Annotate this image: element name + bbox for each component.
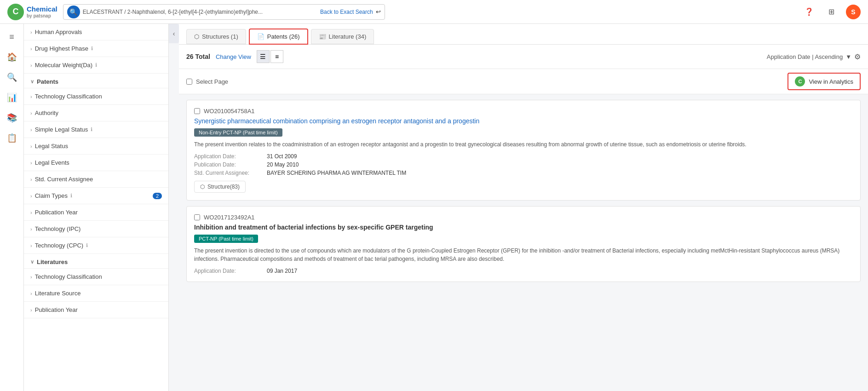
sidebar-item-publication-year[interactable]: › Publication Year — [24, 204, 168, 221]
chevron-icon: › — [30, 160, 32, 166]
logo-text: Chemical by patsnap — [27, 5, 57, 19]
sidebar-item-lit-technology-classification[interactable]: › Technology Classification — [24, 269, 168, 285]
meta-assignee: Std. Current Assignee: BAYER SCHERING PH… — [194, 170, 853, 176]
sidebar-item-legal-events[interactable]: › Legal Events — [24, 155, 168, 171]
avatar[interactable]: S — [846, 5, 861, 19]
chevron-icon: › — [30, 243, 32, 248]
chevron-icon: › — [30, 144, 32, 149]
structures-icon: ⬡ — [194, 33, 199, 40]
patents-icon: 📄 — [257, 33, 264, 40]
chevron-icon: › — [30, 193, 32, 199]
view-analytics-button[interactable]: C View in Analytics — [788, 73, 861, 90]
patent-meta: Application Date: 31 Oct 2009 Publicatio… — [194, 153, 853, 176]
select-page-checkbox[interactable] — [186, 79, 192, 85]
patent-checkbox[interactable] — [194, 108, 200, 114]
view-analytics-label: View in Analytics — [809, 78, 853, 85]
patent-title-link[interactable]: Synergistic pharmaceutical combination c… — [194, 117, 853, 125]
sidebar-item-molecular-weight[interactable]: › Molecular Weight(Da) ℹ — [24, 57, 168, 74]
sidebar-label: Simple Legal Status — [35, 126, 88, 133]
structure-button[interactable]: ⬡ Structure(83) — [194, 181, 246, 193]
patent-card: WO2017123492A1 Inhibition and treatment … — [186, 206, 861, 282]
sidebar-item-drug-highest-phase[interactable]: › Drug Highest Phase ℹ — [24, 40, 168, 57]
compact-view-button[interactable]: ≡ — [270, 50, 283, 63]
grid-icon[interactable]: ⊞ — [824, 5, 839, 19]
group-label: Patents — [37, 78, 58, 85]
sidebar-label: Technology (CPC) — [35, 242, 84, 249]
search-icon[interactable]: 🔍 — [67, 6, 80, 18]
settings-icon[interactable]: ⚙ — [854, 52, 861, 61]
meta-value: 31 Oct 2009 — [267, 153, 297, 160]
structure-label: Structure(83) — [207, 184, 240, 190]
list-view-button[interactable]: ☰ — [257, 50, 270, 63]
nav-search-icon[interactable]: 🔍 — [3, 68, 21, 86]
meta-publication-date: Publication Date: 20 May 2010 — [194, 161, 853, 168]
sidebar-label: Molecular Weight(Da) — [35, 62, 92, 69]
select-page-text: Select Page — [196, 78, 228, 85]
sidebar-label: Legal Events — [35, 159, 69, 166]
chevron-icon: › — [30, 291, 32, 296]
search-input[interactable] — [83, 9, 317, 15]
logo-icon: C — [7, 4, 24, 20]
meta-value: 20 May 2010 — [267, 161, 299, 168]
claim-types-badge: 2 — [153, 193, 162, 199]
select-page-row: Select Page C View in Analytics — [179, 69, 868, 94]
group-label: Literatures — [37, 259, 68, 265]
sidebar-item-technology-ipc[interactable]: › Technology (IPC) — [24, 221, 168, 237]
sidebar-item-authority[interactable]: › Authority — [24, 105, 168, 121]
analytics-logo-icon: C — [795, 76, 805, 86]
sidebar-item-technology-classification[interactable]: › Technology Classification — [24, 88, 168, 105]
sidebar-item-simple-legal-status[interactable]: › Simple Legal Status ℹ — [24, 121, 168, 138]
sidebar-item-std-current-assignee[interactable]: › Std. Current Assignee — [24, 171, 168, 188]
patent-card: WO2010054758A1 Synergistic pharmaceutica… — [186, 100, 861, 201]
nav-clipboard-icon[interactable]: 📋 — [3, 129, 21, 147]
sidebar-group-literatures[interactable]: ∨ Literatures — [24, 254, 168, 269]
patents-list: WO2010054758A1 Synergistic pharmaceutica… — [179, 94, 868, 391]
logo-sub: by patsnap — [27, 13, 57, 19]
nav-menu-icon[interactable]: ≡ — [3, 28, 21, 46]
sidebar-group-patents[interactable]: ∨ Patents — [24, 74, 168, 88]
patent-checkbox[interactable] — [194, 214, 200, 220]
patent-abstract: The present invention relates to the coa… — [194, 140, 853, 149]
structure-icon: ⬡ — [200, 184, 205, 190]
patent-badge: PCT-NP (Past time limit) — [194, 235, 258, 243]
sidebar-label: Technology Classification — [35, 273, 102, 280]
change-view-link[interactable]: Change View — [216, 53, 251, 60]
sidebar-item-literature-source[interactable]: › Literature Source — [24, 285, 168, 302]
help-icon[interactable]: ❓ — [802, 5, 816, 19]
back-to-search[interactable]: Back to Exact Search — [320, 9, 373, 15]
tab-structures[interactable]: ⬡ Structures (1) — [186, 29, 246, 44]
sidebar-item-lit-publication-year[interactable]: › Publication Year — [24, 302, 168, 318]
search-bar: 🔍 Back to Exact Search ↩ — [63, 4, 385, 20]
chevron-down-icon: ∨ — [30, 79, 34, 85]
nav-library-icon[interactable]: 📚 — [3, 109, 21, 127]
nav-home-icon[interactable]: 🏠 — [3, 48, 21, 66]
sidebar-item-technology-cpc[interactable]: › Technology (CPC) ℹ — [24, 237, 168, 254]
tab-patents[interactable]: 📄 Patents (26) — [249, 29, 308, 45]
select-page-label: Select Page — [186, 78, 228, 85]
meta-label: Std. Current Assignee: — [194, 170, 263, 176]
patent-id-link[interactable]: WO2017123492A1 — [204, 214, 255, 221]
sidebar-item-claim-types[interactable]: › Claim Types ℹ 2 — [24, 188, 168, 204]
icon-nav: ≡ 🏠 🔍 📊 📚 📋 — [0, 24, 24, 391]
patent-title-link[interactable]: Inhibition and treatment of bacterial in… — [194, 224, 853, 231]
chevron-icon: › — [30, 177, 32, 182]
nav-analytics-icon[interactable]: 📊 — [3, 88, 21, 107]
sidebar-label: Legal Status — [35, 143, 68, 150]
tab-literature[interactable]: 📰 Literature (34) — [311, 29, 374, 44]
sort-label: Application Date | Ascending — [767, 53, 843, 60]
sidebar-label: Std. Current Assignee — [35, 176, 93, 183]
patent-id-row: WO2010054758A1 — [194, 108, 853, 115]
sidebar-toggle-button[interactable]: ‹ — [169, 24, 179, 43]
results-header: 26 Total Change View ☰ ≡ Application Dat… — [179, 45, 868, 69]
sidebar-item-legal-status[interactable]: › Legal Status — [24, 138, 168, 155]
literature-icon: 📰 — [319, 33, 326, 40]
navbar-right: ❓ ⊞ S — [802, 5, 861, 19]
meta-label: Publication Date: — [194, 161, 263, 168]
patent-id-link[interactable]: WO2010054758A1 — [204, 108, 255, 115]
sidebar-label: Technology (IPC) — [35, 225, 81, 232]
info-icon: ℹ — [91, 126, 92, 132]
sidebar-item-human-approvals[interactable]: › Human Approvals — [24, 24, 168, 40]
sidebar-label: Claim Types — [35, 192, 68, 199]
tab-bar: ⬡ Structures (1) 📄 Patents (26) 📰 Litera… — [179, 24, 868, 45]
chevron-icon: › — [30, 46, 32, 52]
